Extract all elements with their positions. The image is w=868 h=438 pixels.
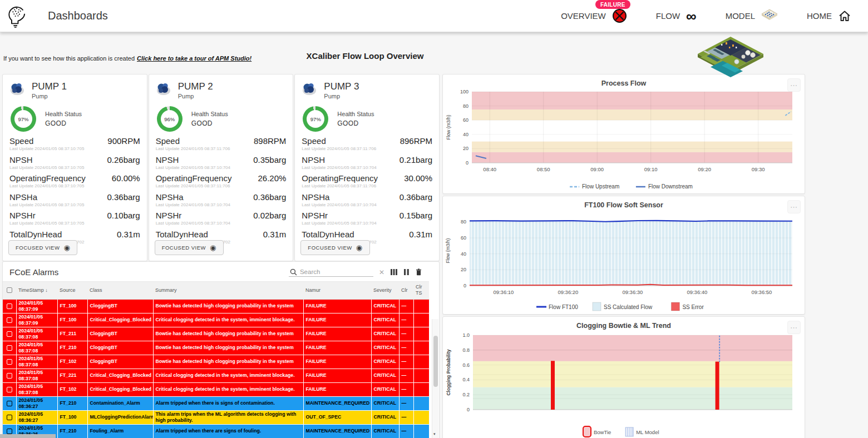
table-row[interactable]: 2024/01/0508:37:09FT_100CloggingBTBowtie… xyxy=(3,299,429,313)
metric-last-update: Last Update 2024/01/05 08:37:10:704 xyxy=(156,221,287,226)
column-header-clr-ts[interactable]: ClrTS xyxy=(413,282,429,300)
horizontal-scrollbar[interactable] xyxy=(0,434,56,438)
intro-text-label: If you want to see how this application … xyxy=(3,55,135,62)
metric-last-update: Last Update 2024/01/05 08:37:10:705 xyxy=(9,221,140,226)
health-status-label: Health Status xyxy=(191,111,228,117)
nav-flow[interactable]: FLOW ∞ xyxy=(656,11,697,22)
metric-row: Speed896RPM xyxy=(302,136,432,146)
summary-cell: Alarm tripped when there are signs of fo… xyxy=(153,424,303,438)
table-row[interactable]: 2024/01/0508:36:27FT_210Contamination_Al… xyxy=(3,396,429,410)
row-checkbox-cell xyxy=(3,355,16,369)
row-checkbox[interactable] xyxy=(7,317,12,323)
column-header-namur[interactable]: Namur xyxy=(303,282,371,300)
chart-menu-icon[interactable]: ⋯ xyxy=(787,321,801,334)
metric-row: NPSHa0.36barg xyxy=(302,192,432,202)
focused-view-button[interactable]: FOCUSED VIEW◉ xyxy=(155,240,224,255)
column-header-class[interactable]: Class xyxy=(87,282,153,300)
chart-menu-icon[interactable]: ⋯ xyxy=(787,78,801,92)
clr-cell: — xyxy=(399,355,413,369)
row-checkbox[interactable] xyxy=(7,345,12,351)
column-header-timestamp[interactable]: TimeStamp ↓ xyxy=(16,282,57,300)
row-checkbox[interactable] xyxy=(7,373,12,379)
clear-search-icon[interactable]: ✕ xyxy=(379,268,384,276)
clr-cell: — xyxy=(399,369,413,382)
table-row[interactable]: 2024/01/0508:37:08FT_102CloggingBTBowtie… xyxy=(3,355,429,369)
svg-text:09:20: 09:20 xyxy=(698,166,711,172)
row-checkbox[interactable] xyxy=(7,401,12,406)
nav-model[interactable]: MODEL xyxy=(726,9,778,23)
nav-home[interactable]: HOME xyxy=(807,9,851,23)
row-checkbox[interactable] xyxy=(7,429,12,434)
svg-text:0.2: 0.2 xyxy=(462,392,470,397)
severity-cell: CRITICAL xyxy=(371,355,399,369)
scrollbar-thumb[interactable] xyxy=(433,336,438,387)
table-row[interactable]: 2024/01/0508:36:26FT_210Fouling_AlarmAla… xyxy=(3,424,429,438)
alarms-vertical-scrollbar[interactable]: ▾ xyxy=(432,319,438,438)
column-header-summary[interactable]: Summary xyxy=(153,282,303,300)
metric-value: 0.15barg xyxy=(400,211,432,220)
row-checkbox[interactable] xyxy=(7,359,12,365)
target-icon: ◉ xyxy=(210,245,216,250)
metric-last-update: Last Update 2024/01/05 08:37:11:706 xyxy=(302,183,432,188)
pause-icon[interactable] xyxy=(403,268,410,276)
health-status-value: GOOD xyxy=(45,120,82,127)
svg-text:09:00: 09:00 xyxy=(590,166,604,172)
metric-label: TotalDynHead xyxy=(302,230,354,239)
trash-icon[interactable] xyxy=(415,268,422,276)
severity-cell: CRITICAL xyxy=(371,341,399,355)
row-checkbox[interactable] xyxy=(7,303,12,309)
metric-label: OperatingFrequency xyxy=(302,173,378,183)
namur-cell: FAILURE xyxy=(303,313,371,327)
class-cell: CloggingBT xyxy=(87,299,153,313)
metric-label: NPSHa xyxy=(156,192,184,202)
search-input[interactable] xyxy=(300,268,362,275)
column-header-severity[interactable]: Severity xyxy=(371,282,399,300)
source-cell: FT_100 xyxy=(57,410,87,424)
columns-icon[interactable] xyxy=(390,268,398,276)
focused-view-button[interactable]: FOCUSED VIEW◉ xyxy=(8,240,77,255)
svg-text:40: 40 xyxy=(461,251,466,257)
table-row[interactable]: 2024/01/0508:37:08FT_221Critical_Cloggin… xyxy=(3,369,429,382)
table-row[interactable]: 2024/01/0508:37:08FT_211CloggingBTBowtie… xyxy=(3,327,429,341)
target-icon: ◉ xyxy=(63,245,70,250)
namur-cell: FAILURE xyxy=(303,369,371,382)
timestamp-cell: 2024/01/0508:37:08 xyxy=(16,341,57,355)
clr-cell: — xyxy=(399,299,413,313)
select-all-checkbox[interactable] xyxy=(7,287,12,293)
table-row[interactable]: 2024/01/0508:36:27FT_100MLCloggingPredic… xyxy=(3,410,429,424)
metric-label: NPSHr xyxy=(9,211,36,220)
namur-cell: FAILURE xyxy=(303,382,371,396)
table-row[interactable]: 2024/01/0508:37:08FT_102Critical_Cloggin… xyxy=(3,382,429,396)
column-header-source[interactable]: Source xyxy=(57,282,87,300)
table-row[interactable]: 2024/01/0508:37:09FT_100Critical_Cloggin… xyxy=(3,313,429,327)
svg-text:0.6: 0.6 xyxy=(462,362,470,368)
namur-cell: FAILURE xyxy=(303,327,371,341)
focused-view-button[interactable]: FOCUSED VIEW◉ xyxy=(300,240,369,255)
row-checkbox[interactable] xyxy=(7,387,12,392)
clr-ts-cell xyxy=(413,424,429,438)
metric-last-update: Last Update 2024/01/05 08:37:10:704 xyxy=(156,202,287,207)
fcoe-alarms-panel: FCoE Alarms ✕ xyxy=(2,261,440,438)
row-checkbox[interactable] xyxy=(7,415,12,420)
svg-text:08:40: 08:40 xyxy=(483,166,496,172)
svg-text:100: 100 xyxy=(460,89,468,94)
scrollbar-down-arrow[interactable]: ▾ xyxy=(433,432,436,436)
namur-cell: FAILURE xyxy=(303,299,371,313)
nav-overview[interactable]: OVERVIEW FAILURE xyxy=(561,8,627,23)
row-checkbox-cell xyxy=(3,369,16,382)
severity-cell: CRITICAL xyxy=(371,369,399,382)
apm-tour-link[interactable]: Click here to take a tour of APM Studio! xyxy=(137,55,251,62)
class-cell: Critical_Clogging_Blocked xyxy=(87,313,153,327)
table-row[interactable]: 2024/01/0508:37:08FT_210CloggingBTBowtie… xyxy=(3,341,429,355)
summary-cell: Critical clogging detected in the system… xyxy=(153,313,303,327)
metric-label: NPSH xyxy=(9,155,33,165)
charts-column: Process Flow ⋯ 08:4008:5009:0009:1009:20… xyxy=(442,74,805,438)
health-gauge: 96% xyxy=(157,106,183,132)
clr-cell: — xyxy=(399,382,413,396)
chart-menu-icon[interactable]: ⋯ xyxy=(787,200,801,213)
row-checkbox[interactable] xyxy=(7,331,12,337)
column-header-clr[interactable]: Clr xyxy=(399,282,413,300)
pump-card-3: PUMP 3Pump97%Health StatusGOODSpeed896RP… xyxy=(294,74,440,261)
svg-text:0: 0 xyxy=(467,407,470,412)
pump-card-1: PUMP 1Pump97%Health StatusGOODSpeed900RP… xyxy=(2,74,147,261)
